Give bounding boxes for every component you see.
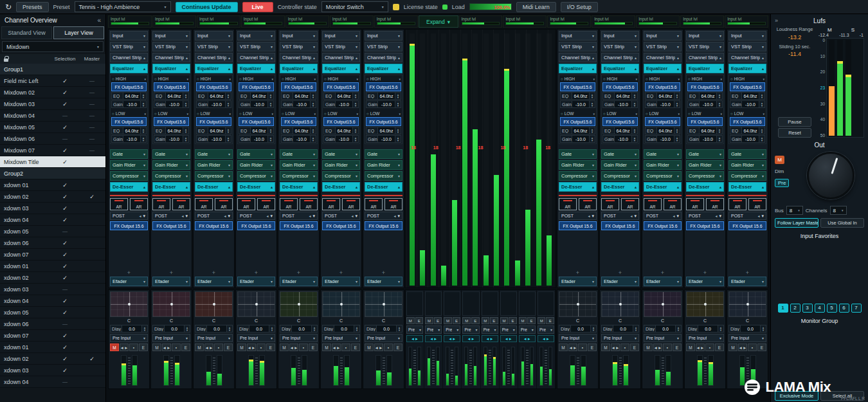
value-stepper[interactable]: ▴▾ [227, 326, 232, 331]
edit-button[interactable]: E [630, 343, 639, 351]
param-value[interactable]: 64.0hz [335, 127, 353, 134]
midi-learn-button[interactable]: Midi Learn [516, 2, 556, 12]
stereo-swap-button[interactable]: ◄► [519, 335, 536, 342]
link-icon[interactable]: ◄► [289, 343, 298, 351]
stop-icon[interactable]: ▪ [620, 343, 629, 351]
selection-mark[interactable]: ✓ [51, 217, 78, 223]
compressor-select[interactable]: Compressor▾ [322, 171, 360, 181]
gain-rider-select[interactable]: Gain Rider▾ [280, 160, 318, 170]
value-stepper[interactable]: ▴▾ [141, 136, 146, 142]
selection-mark[interactable]: ✓ [51, 182, 78, 188]
gain-rider-select[interactable]: Gain Rider▾ [644, 160, 682, 170]
band-options-icon[interactable]: ▾ [271, 112, 273, 116]
channel-row[interactable]: Mixdown 07✓— [0, 145, 105, 156]
fx-output-display[interactable]: FX Output15.6 [323, 117, 359, 126]
master-mark[interactable]: ✓ [78, 356, 105, 362]
ar-meter[interactable]: AR [384, 198, 402, 210]
channel-row[interactable]: xdown 01✓ [0, 179, 105, 191]
gate-select[interactable]: Gate▾ [195, 149, 233, 159]
power-icon[interactable]: ○ [603, 112, 606, 116]
pre-input-select[interactable]: Pre Input▾ [322, 334, 360, 342]
selection-mark[interactable]: ✓ [51, 298, 78, 304]
mute-button[interactable]: M [237, 343, 246, 351]
value-stepper[interactable]: ▴▾ [183, 128, 188, 133]
selection-mark[interactable]: ✓ [51, 309, 78, 316]
de-esser-select[interactable]: De-Esser▴ [728, 182, 766, 192]
channel-strip-select[interactable]: Channel Strip▴ [365, 53, 402, 62]
fx-output-display[interactable]: FX Output15.6 [366, 117, 401, 126]
input-select[interactable]: Input▾ [728, 31, 766, 41]
efader-select[interactable]: Efader▾ [601, 277, 639, 286]
master-mark[interactable]: ✓ [78, 194, 105, 200]
mute-button[interactable]: M [195, 343, 204, 351]
de-esser-select[interactable]: De-Esser▴ [280, 182, 318, 192]
value-stepper[interactable]: ▴▾ [395, 128, 401, 133]
ar-meter[interactable]: AR [579, 198, 597, 210]
vst-strip-select[interactable]: VST Strip▾ [601, 42, 639, 51]
selection-mark[interactable]: ✓ [51, 159, 78, 165]
value-stepper[interactable]: ▴▾ [674, 102, 680, 107]
fx-output-display[interactable]: FX Output15.6 [560, 82, 595, 91]
value-stepper[interactable]: ▴▾ [226, 93, 231, 98]
fx-output-display[interactable]: FX Output15.6 [281, 117, 316, 126]
fx-output-display[interactable]: FX Output15.6 [239, 82, 274, 91]
vst-strip-select[interactable]: VST Strip▾ [195, 42, 233, 51]
power-icon[interactable]: ○ [239, 112, 242, 116]
ar-meter[interactable]: AR [257, 198, 275, 210]
add-insert-button[interactable]: + [644, 270, 682, 275]
param-value[interactable]: -10.0 [165, 101, 183, 107]
ar-meter[interactable]: AR [728, 198, 746, 210]
param-value[interactable]: 0.0 [334, 325, 354, 332]
pre-select[interactable]: Pre▾ [425, 325, 442, 334]
favorite-5[interactable]: 5 [827, 304, 837, 313]
gain-rider-select[interactable]: Gain Rider▾ [195, 160, 233, 170]
ar-meter[interactable]: AR [664, 198, 682, 210]
power-icon[interactable]: ○ [730, 77, 733, 81]
mute-button[interactable]: M [538, 317, 546, 324]
param-value[interactable]: 64.0hz [165, 127, 183, 134]
value-stepper[interactable]: ▴▾ [718, 326, 723, 331]
value-stepper[interactable]: ▴▾ [354, 326, 359, 331]
ar-meter[interactable]: AR [215, 198, 233, 210]
param-value[interactable]: 64.0hz [699, 93, 717, 99]
stop-icon[interactable]: ▪ [705, 343, 714, 351]
link-icon[interactable]: ◄► [738, 343, 747, 351]
value-stepper[interactable]: ▴▾ [395, 136, 401, 142]
mute-button[interactable]: M [559, 343, 568, 351]
vst-strip-select[interactable]: VST Strip▾ [686, 42, 724, 51]
fx-output-display[interactable]: FX Output 15.6 [365, 221, 402, 230]
value-stepper[interactable]: ▴▾ [590, 102, 595, 107]
value-stepper[interactable]: ▴▾ [761, 326, 766, 331]
de-esser-select[interactable]: De-Esser▴ [559, 182, 597, 192]
selection-mark[interactable]: — [51, 113, 78, 118]
band-options-icon[interactable]: ▾ [635, 112, 637, 116]
follow-layer-master-button[interactable]: Follow Layer Master [775, 218, 818, 228]
value-stepper[interactable]: ▴▾ [395, 93, 401, 98]
favorite-7[interactable]: 7 [851, 304, 862, 313]
edit-button[interactable]: E [139, 343, 148, 351]
value-stepper[interactable]: ▴▾ [759, 128, 764, 133]
vst-strip-select[interactable]: VST Strip▾ [365, 42, 402, 51]
power-icon[interactable]: ○ [154, 77, 157, 81]
equalizer-select[interactable]: Equalizer▴ [152, 64, 190, 73]
compressor-select[interactable]: Compressor▾ [152, 171, 190, 181]
channel-row[interactable]: xdown 06— [0, 318, 105, 330]
value-stepper[interactable]: ▴▾ [676, 326, 681, 331]
mute-button[interactable]: M [444, 317, 452, 324]
stop-icon[interactable]: ▪ [663, 343, 672, 351]
gain-rider-select[interactable]: Gain Rider▾ [237, 160, 275, 170]
add-insert-button[interactable]: + [322, 270, 360, 275]
channel-row[interactable]: Group1 [0, 64, 105, 75]
fx-output-display[interactable]: FX Output15.6 [730, 117, 765, 126]
selection-mark[interactable]: ✓ [51, 78, 78, 84]
channel-row[interactable]: Mixdown 04—— [0, 110, 105, 122]
value-stepper[interactable]: ▴▾ [226, 136, 231, 142]
gate-select[interactable]: Gate▾ [559, 149, 597, 159]
presets-button[interactable]: Presets [16, 2, 49, 12]
collapse-sidebar-icon[interactable]: « [97, 17, 101, 24]
value-stepper[interactable]: ▴▾ [717, 128, 722, 133]
power-icon[interactable]: ○ [239, 77, 242, 81]
preset-select[interactable]: Tennis - High Ambience ▾ [75, 1, 171, 12]
add-insert-button[interactable]: + [686, 270, 724, 275]
channel-strip-select[interactable]: Channel Strip▴ [280, 53, 318, 62]
